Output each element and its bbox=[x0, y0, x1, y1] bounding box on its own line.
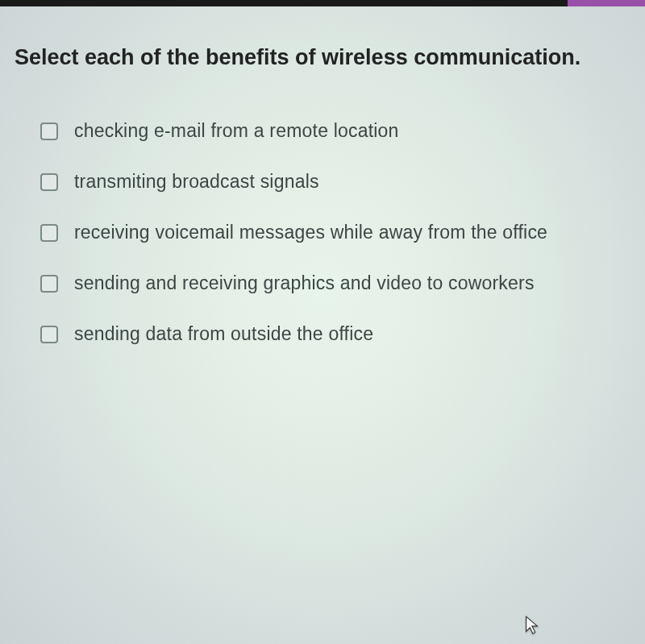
question-panel: Select each of the benefits of wireless … bbox=[0, 6, 645, 644]
option-row[interactable]: sending data from outside the office bbox=[40, 323, 630, 345]
option-row[interactable]: transmiting broadcast signals bbox=[40, 171, 630, 193]
option-label: transmiting broadcast signals bbox=[74, 171, 319, 193]
cursor-icon bbox=[524, 615, 540, 636]
option-label: receiving voicemail messages while away … bbox=[74, 222, 547, 243]
option-row[interactable]: sending and receiving graphics and video… bbox=[40, 272, 630, 294]
option-label: sending data from outside the office bbox=[74, 323, 373, 345]
option-label: checking e-mail from a remote location bbox=[74, 120, 399, 142]
option-row[interactable]: receiving voicemail messages while away … bbox=[40, 222, 630, 243]
options-list: checking e-mail from a remote location t… bbox=[15, 120, 630, 345]
question-prompt: Select each of the benefits of wireless … bbox=[15, 45, 630, 70]
window-top-bar bbox=[0, 0, 645, 6]
checkbox-icon[interactable] bbox=[40, 173, 58, 191]
checkbox-icon[interactable] bbox=[40, 123, 58, 140]
checkbox-icon[interactable] bbox=[40, 275, 58, 293]
option-row[interactable]: checking e-mail from a remote location bbox=[40, 120, 630, 142]
checkbox-icon[interactable] bbox=[40, 326, 58, 343]
option-label: sending and receiving graphics and video… bbox=[74, 272, 535, 294]
checkbox-icon[interactable] bbox=[40, 224, 58, 242]
